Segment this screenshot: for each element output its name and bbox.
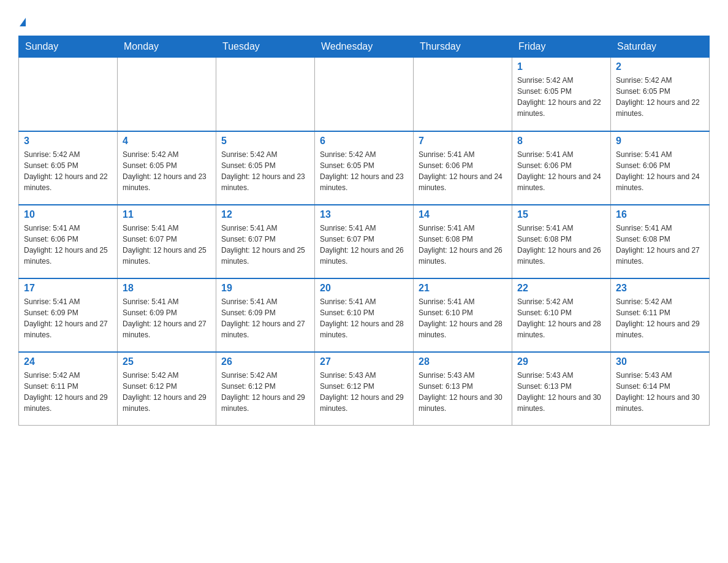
calendar-cell: 8Sunrise: 5:41 AM Sunset: 6:06 PM Daylig… — [512, 131, 611, 205]
day-info: Sunrise: 5:42 AM Sunset: 6:05 PM Dayligh… — [320, 149, 408, 193]
day-info: Sunrise: 5:42 AM Sunset: 6:12 PM Dayligh… — [123, 370, 211, 414]
day-number: 1 — [517, 61, 605, 72]
day-info: Sunrise: 5:43 AM Sunset: 6:12 PM Dayligh… — [320, 370, 408, 414]
calendar-cell: 22Sunrise: 5:42 AM Sunset: 6:10 PM Dayli… — [512, 278, 611, 352]
calendar-cell: 5Sunrise: 5:42 AM Sunset: 6:05 PM Daylig… — [216, 131, 315, 205]
day-number: 2 — [616, 61, 704, 72]
day-number: 11 — [123, 209, 211, 220]
calendar-cell: 25Sunrise: 5:42 AM Sunset: 6:12 PM Dayli… — [118, 352, 216, 426]
day-number: 29 — [517, 356, 605, 367]
day-info: Sunrise: 5:41 AM Sunset: 6:06 PM Dayligh… — [517, 149, 605, 193]
calendar-week-row: 3Sunrise: 5:42 AM Sunset: 6:05 PM Daylig… — [19, 131, 710, 205]
day-number: 10 — [24, 209, 112, 220]
calendar-cell — [315, 58, 414, 131]
day-number: 14 — [419, 209, 507, 220]
calendar-cell: 17Sunrise: 5:41 AM Sunset: 6:09 PM Dayli… — [19, 278, 118, 352]
calendar-cell — [414, 58, 512, 131]
calendar-cell: 15Sunrise: 5:41 AM Sunset: 6:08 PM Dayli… — [512, 205, 611, 278]
calendar-cell — [118, 58, 216, 131]
day-number: 21 — [419, 283, 507, 294]
day-number: 23 — [616, 283, 704, 294]
calendar-cell: 21Sunrise: 5:41 AM Sunset: 6:10 PM Dayli… — [414, 278, 512, 352]
day-number: 18 — [123, 283, 211, 294]
day-info: Sunrise: 5:41 AM Sunset: 6:06 PM Dayligh… — [24, 223, 112, 267]
day-info: Sunrise: 5:42 AM Sunset: 6:10 PM Dayligh… — [517, 296, 605, 340]
calendar-cell: 7Sunrise: 5:41 AM Sunset: 6:06 PM Daylig… — [414, 131, 512, 205]
logo-triangle-icon — [20, 18, 26, 26]
day-number: 12 — [221, 209, 309, 220]
day-info: Sunrise: 5:42 AM Sunset: 6:11 PM Dayligh… — [24, 370, 112, 414]
calendar-cell: 9Sunrise: 5:41 AM Sunset: 6:06 PM Daylig… — [611, 131, 710, 205]
day-info: Sunrise: 5:42 AM Sunset: 6:05 PM Dayligh… — [123, 149, 211, 193]
day-info: Sunrise: 5:41 AM Sunset: 6:09 PM Dayligh… — [221, 296, 309, 340]
day-info: Sunrise: 5:42 AM Sunset: 6:05 PM Dayligh… — [24, 149, 112, 193]
calendar-week-row: 17Sunrise: 5:41 AM Sunset: 6:09 PM Dayli… — [19, 278, 710, 352]
day-of-week-header: Thursday — [414, 36, 512, 58]
calendar-cell: 11Sunrise: 5:41 AM Sunset: 6:07 PM Dayli… — [118, 205, 216, 278]
day-number: 22 — [517, 283, 605, 294]
calendar-cell: 16Sunrise: 5:41 AM Sunset: 6:08 PM Dayli… — [611, 205, 710, 278]
day-number: 19 — [221, 283, 309, 294]
day-info: Sunrise: 5:41 AM Sunset: 6:10 PM Dayligh… — [419, 296, 507, 340]
day-number: 26 — [221, 356, 309, 367]
calendar-cell: 13Sunrise: 5:41 AM Sunset: 6:07 PM Dayli… — [315, 205, 414, 278]
day-number: 27 — [320, 356, 408, 367]
day-number: 4 — [123, 136, 211, 147]
calendar-cell: 1Sunrise: 5:42 AM Sunset: 6:05 PM Daylig… — [512, 58, 611, 131]
day-number: 17 — [24, 283, 112, 294]
calendar-cell — [19, 58, 118, 131]
day-number: 16 — [616, 209, 704, 220]
day-info: Sunrise: 5:43 AM Sunset: 6:13 PM Dayligh… — [517, 370, 605, 414]
logo — [18, 12, 26, 28]
day-info: Sunrise: 5:41 AM Sunset: 6:09 PM Dayligh… — [123, 296, 211, 340]
day-number: 7 — [419, 136, 507, 147]
calendar-cell — [216, 58, 315, 131]
day-of-week-header: Tuesday — [216, 36, 315, 58]
day-info: Sunrise: 5:41 AM Sunset: 6:09 PM Dayligh… — [24, 296, 112, 340]
day-info: Sunrise: 5:42 AM Sunset: 6:12 PM Dayligh… — [221, 370, 309, 414]
day-number: 3 — [24, 136, 112, 147]
calendar-cell: 10Sunrise: 5:41 AM Sunset: 6:06 PM Dayli… — [19, 205, 118, 278]
calendar-cell: 20Sunrise: 5:41 AM Sunset: 6:10 PM Dayli… — [315, 278, 414, 352]
day-number: 20 — [320, 283, 408, 294]
day-info: Sunrise: 5:41 AM Sunset: 6:10 PM Dayligh… — [320, 296, 408, 340]
day-info: Sunrise: 5:42 AM Sunset: 6:11 PM Dayligh… — [616, 296, 704, 340]
calendar-week-row: 10Sunrise: 5:41 AM Sunset: 6:06 PM Dayli… — [19, 205, 710, 278]
page-header — [18, 12, 710, 28]
calendar-cell: 19Sunrise: 5:41 AM Sunset: 6:09 PM Dayli… — [216, 278, 315, 352]
calendar-cell: 6Sunrise: 5:42 AM Sunset: 6:05 PM Daylig… — [315, 131, 414, 205]
day-number: 5 — [221, 136, 309, 147]
day-number: 24 — [24, 356, 112, 367]
day-info: Sunrise: 5:41 AM Sunset: 6:08 PM Dayligh… — [616, 223, 704, 267]
day-number: 28 — [419, 356, 507, 367]
day-info: Sunrise: 5:42 AM Sunset: 6:05 PM Dayligh… — [616, 75, 704, 119]
day-of-week-header: Monday — [118, 36, 216, 58]
calendar-cell: 18Sunrise: 5:41 AM Sunset: 6:09 PM Dayli… — [118, 278, 216, 352]
calendar-cell: 3Sunrise: 5:42 AM Sunset: 6:05 PM Daylig… — [19, 131, 118, 205]
day-number: 25 — [123, 356, 211, 367]
day-info: Sunrise: 5:42 AM Sunset: 6:05 PM Dayligh… — [517, 75, 605, 119]
calendar-cell: 29Sunrise: 5:43 AM Sunset: 6:13 PM Dayli… — [512, 352, 611, 426]
calendar-header-row: SundayMondayTuesdayWednesdayThursdayFrid… — [19, 36, 710, 58]
calendar-cell: 27Sunrise: 5:43 AM Sunset: 6:12 PM Dayli… — [315, 352, 414, 426]
calendar-table: SundayMondayTuesdayWednesdayThursdayFrid… — [18, 36, 710, 426]
day-info: Sunrise: 5:43 AM Sunset: 6:14 PM Dayligh… — [616, 370, 704, 414]
day-of-week-header: Friday — [512, 36, 611, 58]
day-of-week-header: Wednesday — [315, 36, 414, 58]
day-info: Sunrise: 5:41 AM Sunset: 6:08 PM Dayligh… — [517, 223, 605, 267]
calendar-cell: 28Sunrise: 5:43 AM Sunset: 6:13 PM Dayli… — [414, 352, 512, 426]
day-number: 8 — [517, 136, 605, 147]
calendar-week-row: 24Sunrise: 5:42 AM Sunset: 6:11 PM Dayli… — [19, 352, 710, 426]
calendar-cell: 23Sunrise: 5:42 AM Sunset: 6:11 PM Dayli… — [611, 278, 710, 352]
calendar-cell: 24Sunrise: 5:42 AM Sunset: 6:11 PM Dayli… — [19, 352, 118, 426]
calendar-cell: 12Sunrise: 5:41 AM Sunset: 6:07 PM Dayli… — [216, 205, 315, 278]
day-info: Sunrise: 5:41 AM Sunset: 6:08 PM Dayligh… — [419, 223, 507, 267]
day-info: Sunrise: 5:43 AM Sunset: 6:13 PM Dayligh… — [419, 370, 507, 414]
calendar-cell: 14Sunrise: 5:41 AM Sunset: 6:08 PM Dayli… — [414, 205, 512, 278]
day-number: 6 — [320, 136, 408, 147]
day-number: 30 — [616, 356, 704, 367]
day-number: 15 — [517, 209, 605, 220]
calendar-cell: 30Sunrise: 5:43 AM Sunset: 6:14 PM Dayli… — [611, 352, 710, 426]
day-info: Sunrise: 5:41 AM Sunset: 6:07 PM Dayligh… — [320, 223, 408, 267]
calendar-cell: 4Sunrise: 5:42 AM Sunset: 6:05 PM Daylig… — [118, 131, 216, 205]
